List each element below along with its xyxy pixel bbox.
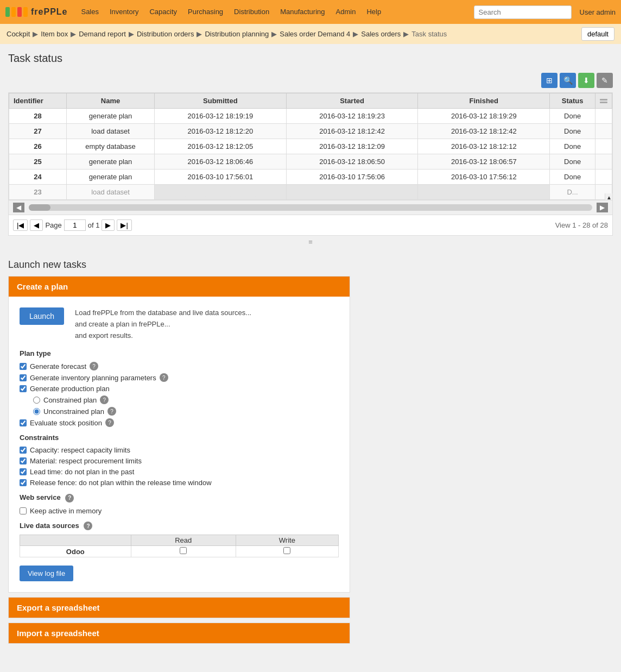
live-data-read-col: Read (131, 535, 236, 546)
web-service-title: Web service ? (20, 493, 339, 503)
h-scrollbar[interactable] (29, 204, 592, 211)
create-plan-body: Launch Load frePPLe from the database an… (9, 297, 350, 592)
col-status: Status (550, 93, 595, 109)
nav-manufacturing[interactable]: Manufacturing (275, 0, 330, 24)
cell-status-partial: D... (550, 185, 595, 200)
launch-description: Load frePPLe from the database and live … (75, 307, 339, 341)
live-data-title: Live data sources ? (20, 522, 339, 531)
breadcrumb-item-box[interactable]: Item box (41, 30, 68, 38)
h-scroll-thumb[interactable] (29, 204, 50, 211)
cell-name: generate plan (67, 154, 155, 169)
view-log-button[interactable]: View log file (20, 566, 73, 581)
logo-bar-orange2 (23, 7, 28, 17)
table-row: 27 load dataset 2016-03-12 18:12:20 2016… (9, 124, 612, 139)
vertical-scrollbar[interactable]: ▲ ▼ (605, 193, 612, 200)
nav-help[interactable]: Help (361, 0, 386, 24)
nav-inventory[interactable]: Inventory (104, 0, 144, 24)
prev-page-btn[interactable]: ◀ (30, 219, 43, 231)
page-input[interactable] (64, 219, 86, 231)
breadcrumb-arrow-5: ▶ (271, 30, 277, 38)
nav-distribution[interactable]: Distribution (229, 0, 275, 24)
help-icon-inventory[interactable]: ? (160, 373, 168, 382)
plan-type-title: Plan type (20, 349, 339, 357)
logo-bar-red (17, 7, 22, 17)
default-button[interactable]: default (581, 27, 614, 41)
breadcrumb-arrow-2: ▶ (71, 30, 76, 38)
drag-handle: ≡ (8, 236, 613, 248)
scroll-middle-indicator (600, 102, 607, 103)
col-scroll-indicator (595, 93, 612, 109)
breadcrumb-sales-orders[interactable]: Sales orders (361, 30, 401, 38)
table-row: 24 generate plan 2016-03-10 17:56:01 201… (9, 169, 612, 185)
help-icon-constrained[interactable]: ? (100, 395, 109, 404)
launch-button[interactable]: Launch (20, 307, 64, 325)
checkbox-generate-inventory[interactable] (20, 374, 27, 381)
search-input[interactable] (474, 5, 572, 19)
download-button[interactable]: ⬇ (578, 73, 594, 88)
breadcrumb-arrow-7: ▶ (403, 30, 409, 38)
col-name: Name (67, 93, 155, 109)
checkbox-material[interactable] (20, 457, 27, 464)
breadcrumb-distribution-orders[interactable]: Distribution orders (137, 30, 194, 38)
checkbox-capacity[interactable] (20, 447, 27, 454)
cell-id: 27 (9, 124, 67, 139)
pagination: |◀ ◀ Page of 1 ▶ ▶| View 1 - 28 of 28 (8, 215, 613, 236)
search-button[interactable]: 🔍 (560, 73, 576, 88)
label-constrained-plan: Constrained plan (43, 396, 97, 404)
cell-finished: 2016-03-12 18:19:29 (418, 109, 550, 124)
cell-finished: 2016-03-12 18:12:42 (418, 124, 550, 139)
help-icon-unconstrained[interactable]: ? (107, 407, 116, 416)
import-spreadsheet-card: Import a spreadsheet (8, 623, 350, 644)
first-page-btn[interactable]: |◀ (13, 219, 28, 231)
scroll-left-btn[interactable]: ◀ (13, 203, 24, 212)
option-keep-active: Keep active in memory (20, 507, 339, 515)
breadcrumb-distribution-planning[interactable]: Distribution planning (205, 30, 269, 38)
cell-id: 25 (9, 154, 67, 169)
label-keep-active: Keep active in memory (30, 507, 102, 515)
cell-extra (595, 109, 612, 124)
live-data-label: Live data sources (20, 522, 79, 530)
next-page-btn[interactable]: ▶ (102, 219, 115, 231)
scroll-right-btn[interactable]: ▶ (597, 203, 608, 212)
nav-purchasing[interactable]: Purchasing (182, 0, 229, 24)
help-icon-stock[interactable]: ? (105, 418, 114, 427)
checkbox-generate-production[interactable] (20, 385, 27, 392)
cell-name-partial: load dataset (67, 185, 155, 200)
nav-admin[interactable]: Admin (331, 0, 362, 24)
breadcrumb-current: Task status (411, 30, 447, 38)
main-content: Task status ⊞ 🔍 ⬇ ✎ Identifier Name Subm… (0, 44, 621, 656)
checkbox-odoo-read[interactable] (180, 547, 187, 554)
checkbox-odoo-write[interactable] (283, 547, 290, 554)
nav-sales[interactable]: Sales (75, 0, 104, 24)
desc-line-2: and create a plan in frePPLe... (75, 320, 170, 328)
help-icon-live-data[interactable]: ? (84, 522, 92, 530)
breadcrumb-arrow-1: ▶ (33, 30, 38, 38)
option-unconstrained-plan: Unconstrained plan ? (33, 407, 339, 416)
cell-status: Done (550, 169, 595, 185)
import-spreadsheet-header: Import a spreadsheet (9, 623, 350, 643)
checkbox-release-fence[interactable] (20, 479, 27, 486)
cell-status: Done (550, 109, 595, 124)
breadcrumb-sales-order-demand[interactable]: Sales order Demand 4 (280, 30, 350, 38)
breadcrumb: Cockpit ▶ Item box ▶ Demand report ▶ Dis… (0, 24, 621, 44)
logo: frePPLe (5, 7, 67, 17)
nav-capacity[interactable]: Capacity (144, 0, 182, 24)
cell-id: 24 (9, 169, 67, 185)
breadcrumb-cockpit[interactable]: Cockpit (7, 30, 30, 38)
table-header-row: Identifier Name Submitted Started Finish… (9, 93, 612, 109)
radio-unconstrained-plan[interactable] (33, 408, 40, 415)
checkbox-keep-active[interactable] (20, 507, 27, 514)
columns-button[interactable]: ⊞ (541, 73, 557, 88)
breadcrumb-demand-report[interactable]: Demand report (79, 30, 126, 38)
plan-options: Plan type Generate forecast ? Generate i… (20, 341, 339, 581)
help-icon-forecast[interactable]: ? (90, 362, 98, 370)
desc-line-3: and export results. (75, 331, 133, 340)
help-icon-web-service[interactable]: ? (65, 494, 74, 503)
checkbox-generate-forecast[interactable] (20, 363, 27, 370)
checkbox-lead-time[interactable] (20, 468, 27, 475)
radio-constrained-plan[interactable] (33, 397, 40, 404)
edit-button[interactable]: ✎ (597, 73, 613, 88)
scroll-up-btn[interactable]: ▲ (605, 193, 612, 200)
checkbox-evaluate-stock[interactable] (20, 419, 27, 426)
last-page-btn[interactable]: ▶| (117, 219, 131, 231)
